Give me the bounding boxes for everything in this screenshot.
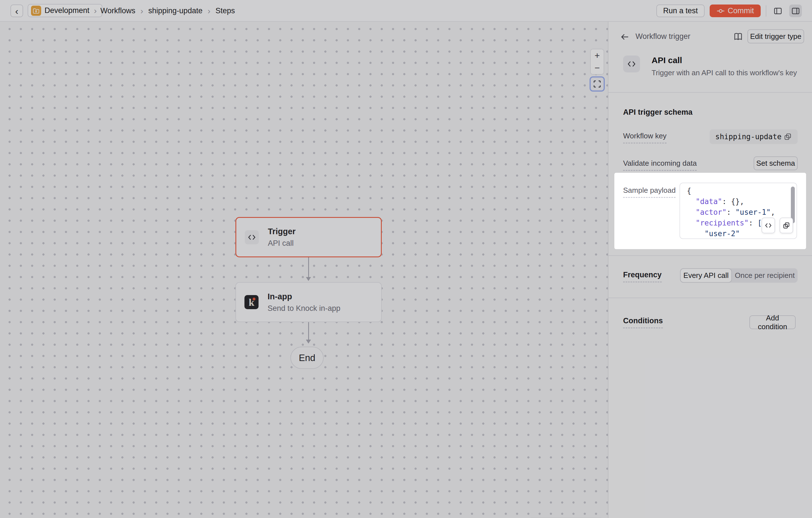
run-test-button[interactable]: Run a test [656, 4, 704, 17]
breadcrumb: Workflows › shipping-update › Steps [100, 0, 235, 22]
right-panel-toggle-button[interactable] [789, 4, 802, 17]
inapp-node-subtitle: Send to Knock in-app [267, 303, 340, 314]
commit-icon [717, 7, 725, 15]
conditions-label: Conditions [623, 316, 663, 328]
chevron-right-icon: › [206, 7, 211, 15]
set-schema-button[interactable]: Set schema [754, 156, 798, 170]
api-trigger-schema-heading: API trigger schema [623, 108, 692, 117]
workflow-key-value-box: shipping-update [709, 129, 798, 144]
panel-back-button[interactable] [620, 32, 630, 42]
zoom-out-button[interactable]: − [593, 63, 602, 73]
trigger-type-description: Trigger with an API call to this workflo… [651, 68, 797, 77]
panel-divider [608, 255, 812, 256]
workflow-key-row: Workflow key [623, 132, 667, 144]
conditions-row: Conditions [623, 316, 663, 328]
docs-button[interactable] [732, 30, 745, 43]
format-code-button[interactable] [761, 218, 775, 233]
sample-payload-label: Sample payload [623, 186, 675, 198]
trigger-node[interactable]: Trigger API call [235, 217, 382, 257]
breadcrumb-workflow-key[interactable]: shipping-update [148, 6, 202, 15]
knock-logo-dot [253, 298, 256, 300]
back-chevron-icon: ‹ [15, 6, 18, 16]
chevron-right-icon: › [139, 7, 144, 15]
panel-divider [608, 298, 812, 298]
app-window: ‹ Development › Workflows › shipping-upd… [0, 0, 812, 518]
edge-trigger-to-inapp [308, 257, 309, 278]
left-panel-toggle-button[interactable] [772, 4, 784, 17]
trigger-node-title: Trigger [268, 225, 295, 238]
code-brackets-icon [765, 222, 772, 229]
api-call-icon [623, 56, 640, 72]
copy-payload-button[interactable] [780, 218, 793, 233]
environment-folder-icon [31, 6, 41, 16]
panel-title: Workflow trigger [636, 32, 691, 41]
book-icon [733, 32, 743, 41]
fit-view-button[interactable] [589, 77, 605, 92]
frequency-option-every-api-call[interactable]: Every API call [680, 268, 732, 283]
add-condition-button[interactable]: Add condition [749, 315, 796, 329]
copy-icon [784, 132, 792, 141]
environment-switcher[interactable]: Development › [28, 4, 103, 17]
sample-payload-editor[interactable]: { "data": {}, "actor": "user-1", "recipi… [679, 183, 797, 239]
back-button[interactable]: ‹ [10, 4, 23, 17]
frequency-label: Frequency [623, 271, 662, 282]
commit-label: Commit [728, 6, 754, 15]
arrow-left-icon [620, 32, 630, 42]
zoom-controls: + − [590, 49, 604, 75]
trigger-config-panel: Workflow trigger Edit trigger type API c… [608, 22, 812, 518]
environment-name: Development [45, 6, 89, 15]
chevron-right-icon: › [93, 6, 98, 15]
breadcrumb-workflows[interactable]: Workflows [100, 6, 135, 15]
top-bar-actions: Run a test Commit [656, 0, 802, 22]
editor-actions [761, 218, 793, 233]
top-bar: ‹ Development › Workflows › shipping-upd… [0, 0, 812, 22]
validate-row: Validate incoming data [623, 159, 697, 171]
inapp-node-text: In-app Send to Knock in-app [267, 290, 340, 314]
knock-logo-icon: k [244, 295, 259, 309]
end-node-label: End [299, 353, 316, 363]
sample-payload-spotlight: Sample payload { "data": {}, "actor": "u… [614, 173, 806, 249]
trigger-node-text: Trigger API call [268, 225, 295, 249]
canvas-controls: + − [590, 49, 604, 92]
frequency-option-once-per-recipient[interactable]: Once per recipient [732, 268, 798, 283]
code-brackets-icon [245, 230, 259, 244]
sample-payload-row: Sample payload [623, 186, 675, 198]
workflow-key-value: shipping-update [715, 132, 782, 141]
right-panel-icon [791, 6, 800, 16]
panel-divider [608, 92, 812, 93]
validate-incoming-data-label: Validate incoming data [623, 159, 697, 171]
copy-icon [782, 221, 790, 230]
fit-view-icon [593, 80, 601, 88]
frequency-row: Frequency [623, 271, 662, 282]
workflow-key-label: Workflow key [623, 132, 667, 144]
inapp-node-title: In-app [267, 290, 340, 303]
toolbar-divider [766, 5, 766, 17]
breadcrumb-steps[interactable]: Steps [215, 6, 235, 15]
frequency-segmented-control: Every API call Once per recipient [680, 268, 798, 283]
edge-arrowhead [306, 277, 311, 281]
copy-workflow-key-button[interactable] [782, 132, 794, 141]
left-panel-icon [773, 6, 782, 16]
edge-arrowhead [306, 340, 311, 343]
inapp-node[interactable]: k In-app Send to Knock in-app [235, 282, 382, 322]
edge-inapp-to-end [308, 322, 309, 340]
end-node[interactable]: End [290, 347, 324, 369]
trigger-type-name: API call [651, 56, 682, 65]
trigger-node-subtitle: API call [268, 238, 295, 249]
commit-button[interactable]: Commit [709, 4, 761, 17]
zoom-in-button[interactable]: + [593, 51, 602, 60]
edit-trigger-type-button[interactable]: Edit trigger type [748, 29, 804, 43]
workflow-canvas[interactable]: + − Trigger API call [0, 22, 608, 518]
